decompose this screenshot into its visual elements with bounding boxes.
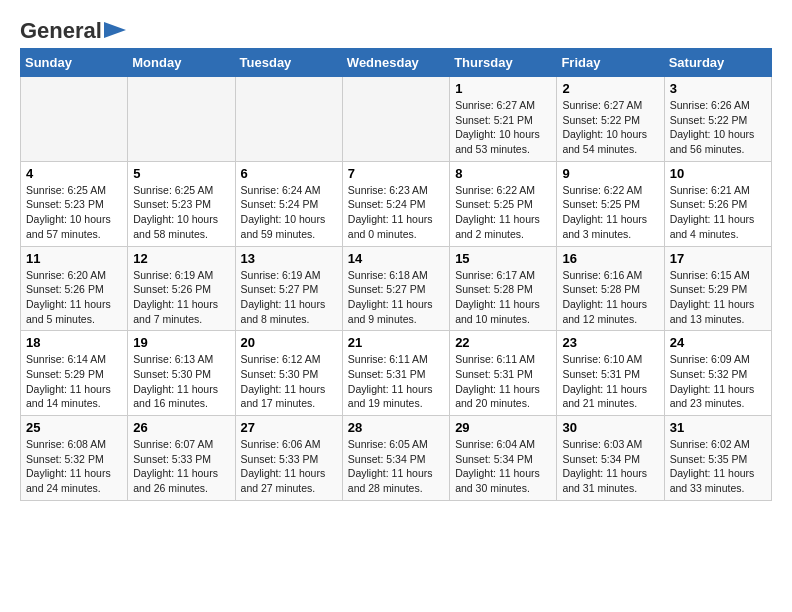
calendar-cell: 10Sunrise: 6:21 AM Sunset: 5:26 PM Dayli… (664, 161, 771, 246)
day-info: Sunrise: 6:27 AM Sunset: 5:21 PM Dayligh… (455, 98, 551, 157)
logo-text: General (20, 20, 102, 42)
day-info: Sunrise: 6:04 AM Sunset: 5:34 PM Dayligh… (455, 437, 551, 496)
calendar-cell: 3Sunrise: 6:26 AM Sunset: 5:22 PM Daylig… (664, 77, 771, 162)
day-info: Sunrise: 6:22 AM Sunset: 5:25 PM Dayligh… (455, 183, 551, 242)
weekday-header: Monday (128, 49, 235, 77)
calendar-cell: 31Sunrise: 6:02 AM Sunset: 5:35 PM Dayli… (664, 416, 771, 501)
day-number: 11 (26, 251, 122, 266)
calendar-cell: 1Sunrise: 6:27 AM Sunset: 5:21 PM Daylig… (450, 77, 557, 162)
day-info: Sunrise: 6:05 AM Sunset: 5:34 PM Dayligh… (348, 437, 444, 496)
day-info: Sunrise: 6:18 AM Sunset: 5:27 PM Dayligh… (348, 268, 444, 327)
day-number: 5 (133, 166, 229, 181)
day-info: Sunrise: 6:17 AM Sunset: 5:28 PM Dayligh… (455, 268, 551, 327)
calendar-cell: 17Sunrise: 6:15 AM Sunset: 5:29 PM Dayli… (664, 246, 771, 331)
logo-arrow-icon (104, 20, 126, 40)
calendar-cell: 7Sunrise: 6:23 AM Sunset: 5:24 PM Daylig… (342, 161, 449, 246)
day-number: 7 (348, 166, 444, 181)
day-info: Sunrise: 6:10 AM Sunset: 5:31 PM Dayligh… (562, 352, 658, 411)
calendar-cell: 11Sunrise: 6:20 AM Sunset: 5:26 PM Dayli… (21, 246, 128, 331)
weekday-header: Thursday (450, 49, 557, 77)
calendar-cell: 4Sunrise: 6:25 AM Sunset: 5:23 PM Daylig… (21, 161, 128, 246)
day-info: Sunrise: 6:11 AM Sunset: 5:31 PM Dayligh… (348, 352, 444, 411)
day-info: Sunrise: 6:15 AM Sunset: 5:29 PM Dayligh… (670, 268, 766, 327)
calendar-cell: 25Sunrise: 6:08 AM Sunset: 5:32 PM Dayli… (21, 416, 128, 501)
weekday-header: Sunday (21, 49, 128, 77)
calendar-cell: 28Sunrise: 6:05 AM Sunset: 5:34 PM Dayli… (342, 416, 449, 501)
day-number: 13 (241, 251, 337, 266)
day-info: Sunrise: 6:11 AM Sunset: 5:31 PM Dayligh… (455, 352, 551, 411)
day-number: 4 (26, 166, 122, 181)
day-number: 16 (562, 251, 658, 266)
calendar-week-row: 4Sunrise: 6:25 AM Sunset: 5:23 PM Daylig… (21, 161, 772, 246)
day-number: 28 (348, 420, 444, 435)
day-number: 1 (455, 81, 551, 96)
day-number: 3 (670, 81, 766, 96)
svg-marker-0 (104, 22, 126, 38)
day-number: 29 (455, 420, 551, 435)
calendar-week-row: 25Sunrise: 6:08 AM Sunset: 5:32 PM Dayli… (21, 416, 772, 501)
day-number: 23 (562, 335, 658, 350)
day-number: 27 (241, 420, 337, 435)
calendar-cell: 24Sunrise: 6:09 AM Sunset: 5:32 PM Dayli… (664, 331, 771, 416)
calendar-week-row: 18Sunrise: 6:14 AM Sunset: 5:29 PM Dayli… (21, 331, 772, 416)
day-info: Sunrise: 6:14 AM Sunset: 5:29 PM Dayligh… (26, 352, 122, 411)
calendar-cell: 20Sunrise: 6:12 AM Sunset: 5:30 PM Dayli… (235, 331, 342, 416)
day-info: Sunrise: 6:22 AM Sunset: 5:25 PM Dayligh… (562, 183, 658, 242)
day-number: 15 (455, 251, 551, 266)
weekday-header: Tuesday (235, 49, 342, 77)
day-number: 22 (455, 335, 551, 350)
day-info: Sunrise: 6:20 AM Sunset: 5:26 PM Dayligh… (26, 268, 122, 327)
day-info: Sunrise: 6:16 AM Sunset: 5:28 PM Dayligh… (562, 268, 658, 327)
calendar-cell: 23Sunrise: 6:10 AM Sunset: 5:31 PM Dayli… (557, 331, 664, 416)
calendar-cell (235, 77, 342, 162)
calendar-cell: 30Sunrise: 6:03 AM Sunset: 5:34 PM Dayli… (557, 416, 664, 501)
calendar-cell: 2Sunrise: 6:27 AM Sunset: 5:22 PM Daylig… (557, 77, 664, 162)
day-number: 14 (348, 251, 444, 266)
calendar-cell: 27Sunrise: 6:06 AM Sunset: 5:33 PM Dayli… (235, 416, 342, 501)
day-number: 30 (562, 420, 658, 435)
calendar-cell: 5Sunrise: 6:25 AM Sunset: 5:23 PM Daylig… (128, 161, 235, 246)
calendar-cell: 15Sunrise: 6:17 AM Sunset: 5:28 PM Dayli… (450, 246, 557, 331)
calendar-cell: 14Sunrise: 6:18 AM Sunset: 5:27 PM Dayli… (342, 246, 449, 331)
day-info: Sunrise: 6:25 AM Sunset: 5:23 PM Dayligh… (26, 183, 122, 242)
day-number: 17 (670, 251, 766, 266)
day-info: Sunrise: 6:03 AM Sunset: 5:34 PM Dayligh… (562, 437, 658, 496)
calendar-table: SundayMondayTuesdayWednesdayThursdayFrid… (20, 48, 772, 501)
day-info: Sunrise: 6:19 AM Sunset: 5:26 PM Dayligh… (133, 268, 229, 327)
calendar-cell: 12Sunrise: 6:19 AM Sunset: 5:26 PM Dayli… (128, 246, 235, 331)
calendar-cell (128, 77, 235, 162)
calendar-cell: 29Sunrise: 6:04 AM Sunset: 5:34 PM Dayli… (450, 416, 557, 501)
day-number: 25 (26, 420, 122, 435)
weekday-header: Friday (557, 49, 664, 77)
calendar-cell: 9Sunrise: 6:22 AM Sunset: 5:25 PM Daylig… (557, 161, 664, 246)
day-number: 2 (562, 81, 658, 96)
day-number: 18 (26, 335, 122, 350)
day-info: Sunrise: 6:21 AM Sunset: 5:26 PM Dayligh… (670, 183, 766, 242)
day-info: Sunrise: 6:12 AM Sunset: 5:30 PM Dayligh… (241, 352, 337, 411)
calendar-cell: 21Sunrise: 6:11 AM Sunset: 5:31 PM Dayli… (342, 331, 449, 416)
calendar-cell: 18Sunrise: 6:14 AM Sunset: 5:29 PM Dayli… (21, 331, 128, 416)
day-number: 21 (348, 335, 444, 350)
day-info: Sunrise: 6:08 AM Sunset: 5:32 PM Dayligh… (26, 437, 122, 496)
calendar-cell: 6Sunrise: 6:24 AM Sunset: 5:24 PM Daylig… (235, 161, 342, 246)
calendar-cell: 13Sunrise: 6:19 AM Sunset: 5:27 PM Dayli… (235, 246, 342, 331)
calendar-cell: 22Sunrise: 6:11 AM Sunset: 5:31 PM Dayli… (450, 331, 557, 416)
calendar-cell (21, 77, 128, 162)
calendar-cell (342, 77, 449, 162)
day-number: 10 (670, 166, 766, 181)
weekday-header: Wednesday (342, 49, 449, 77)
day-info: Sunrise: 6:19 AM Sunset: 5:27 PM Dayligh… (241, 268, 337, 327)
day-number: 12 (133, 251, 229, 266)
day-number: 19 (133, 335, 229, 350)
day-number: 8 (455, 166, 551, 181)
weekday-header-row: SundayMondayTuesdayWednesdayThursdayFrid… (21, 49, 772, 77)
calendar-week-row: 1Sunrise: 6:27 AM Sunset: 5:21 PM Daylig… (21, 77, 772, 162)
page-header: General (20, 20, 772, 38)
day-number: 20 (241, 335, 337, 350)
calendar-week-row: 11Sunrise: 6:20 AM Sunset: 5:26 PM Dayli… (21, 246, 772, 331)
day-info: Sunrise: 6:02 AM Sunset: 5:35 PM Dayligh… (670, 437, 766, 496)
day-info: Sunrise: 6:07 AM Sunset: 5:33 PM Dayligh… (133, 437, 229, 496)
logo: General (20, 20, 126, 38)
day-info: Sunrise: 6:27 AM Sunset: 5:22 PM Dayligh… (562, 98, 658, 157)
day-info: Sunrise: 6:13 AM Sunset: 5:30 PM Dayligh… (133, 352, 229, 411)
